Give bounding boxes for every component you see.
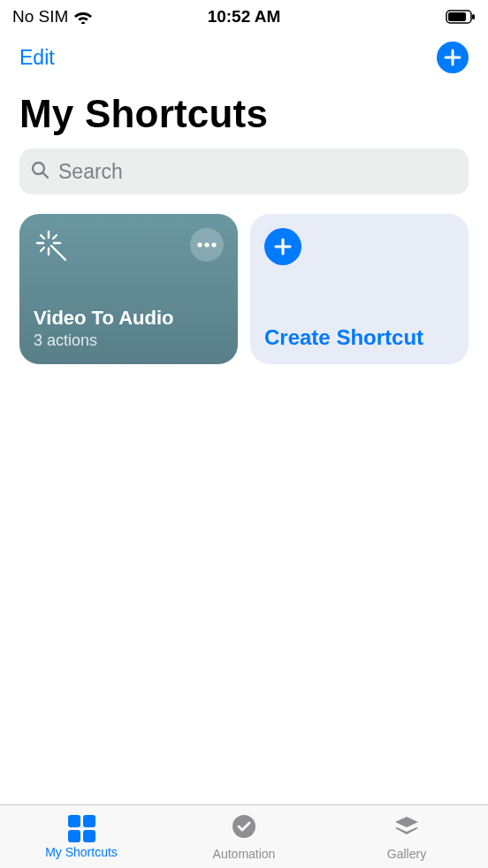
edit-button[interactable]: Edit [19,46,55,70]
tab-label: Automation [213,847,276,861]
svg-point-13 [197,242,202,247]
clock-check-icon [230,812,258,844]
status-left: No SIM [12,7,93,27]
ellipsis-icon [197,242,217,247]
tab-label: Gallery [387,847,426,861]
svg-line-4 [43,173,49,179]
wifi-icon [73,10,93,24]
tab-automation[interactable]: Automation [163,805,325,868]
tab-gallery[interactable]: Gallery [325,805,488,868]
grid-icon [68,815,95,842]
shortcut-more-button[interactable] [190,228,224,262]
svg-point-15 [211,242,216,247]
carrier-text: No SIM [12,7,68,27]
svg-line-11 [41,247,44,251]
search-input[interactable] [58,160,458,184]
status-bar: No SIM 10:52 AM [0,0,488,28]
nav-bar: Edit [0,28,488,80]
search-icon [30,160,50,183]
battery-icon [446,10,476,24]
svg-rect-1 [448,12,466,21]
layers-icon [393,812,421,844]
svg-line-10 [53,235,57,239]
shortcut-card[interactable]: Video To Audio 3 actions [19,214,238,364]
create-shortcut-card[interactable]: Create Shortcut [250,214,469,364]
shortcut-subtitle: 3 actions [34,331,224,350]
wand-icon [34,228,71,269]
shortcut-name: Video To Audio [34,307,224,330]
status-right [446,10,476,24]
tab-bar: My Shortcuts Automation Gallery [0,804,488,868]
tab-my-shortcuts[interactable]: My Shortcuts [0,805,163,868]
svg-line-12 [51,246,65,260]
page-title: My Shortcuts [0,80,488,145]
svg-line-9 [41,235,44,239]
shortcuts-grid: Video To Audio 3 actions Create Shortcut [0,194,488,384]
plus-icon [443,48,462,67]
create-plus-icon [264,228,301,265]
add-shortcut-button[interactable] [437,42,469,73]
svg-rect-2 [472,14,475,19]
create-shortcut-label: Create Shortcut [264,325,454,350]
search-field[interactable] [19,148,469,194]
tab-label: My Shortcuts [45,845,118,859]
svg-point-14 [204,242,209,247]
